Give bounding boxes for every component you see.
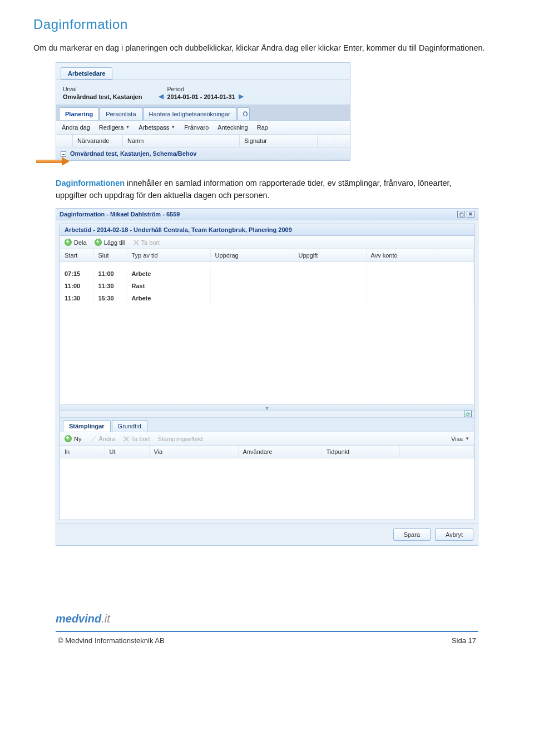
period-label: Period [167,86,235,92]
tab-personlista[interactable]: Personlista [100,107,142,120]
add-icon [65,435,72,442]
tab-ledighet[interactable]: Hantera ledighetsansökningar [143,107,236,120]
col-uppgift[interactable]: Uppgift [294,249,366,262]
col-blank [56,135,73,147]
edit-icon [89,435,96,442]
tool-visa[interactable]: Visa ▼ [451,435,469,442]
period-next-icon[interactable]: ▶ [239,92,244,100]
col-blank2 [318,135,334,147]
tool-ny[interactable]: Ny [65,435,81,442]
page-heading: Daginformation [33,17,501,32]
period-value[interactable]: 2014-01-01 - 2014-01-31 [167,93,235,100]
tool-lagg-till[interactable]: Lägg till [95,239,125,246]
table-row[interactable]: 11:3015:30Arbete [60,292,474,304]
tab-stamplingar[interactable]: Stämplingar [63,420,111,432]
panel-title: Arbetstid - 2014-02-18 - Underhåll Centr… [60,224,474,236]
callout-arrow [36,158,70,165]
medvind-logo: medvind.it [56,612,501,625]
close-icon[interactable]: ✕ [467,211,474,218]
group-label: Omvårdnad test, Kastanjen, Schema/Behov [70,150,196,157]
tool-anteckning[interactable]: Anteckning [217,124,248,131]
period-prev-icon[interactable]: ◀ [159,92,164,100]
maximize-icon[interactable]: ◻ [457,211,465,218]
col-avv[interactable]: Avv konto [366,249,433,262]
tool-ta-bort: Ta bort [133,239,160,246]
group-row[interactable]: – Omvårdnad test, Kastanjen, Schema/Beho… [56,147,350,160]
arbetstid-table: Start Slut Typ av tid Uppdrag Uppgift Av… [60,249,474,304]
col-anvandare[interactable]: Användare [238,446,322,458]
tool-dela[interactable]: Dela [65,239,87,246]
tool-andra-dag[interactable]: Ändra dag [62,124,90,131]
planner-window: Arbetsledare Urval Omvårdnad test, Kasta… [56,62,350,161]
window-title: Daginformation - Mikael Dahlström - 6559 [60,211,180,218]
urval-label: Urval [63,86,142,92]
tool-stamplingseffekt: Stämplingseffekt [157,435,202,442]
add-icon [95,239,102,246]
chevron-down-icon: ▼ [171,125,175,130]
intro-paragraph: Om du markerar en dag i planeringen och … [33,42,501,55]
col-namn[interactable]: Namn [123,135,240,147]
col-via[interactable]: Via [149,446,238,458]
page-number: Sida 17 [452,636,476,645]
tool-cut[interactable]: Rap [257,124,268,131]
col-ut[interactable]: Ut [105,446,149,458]
col-tidpunkt[interactable]: Tidpunkt [322,446,399,458]
stamplingar-table: In Ut Via Användare Tidpunkt [60,446,474,458]
tab-grundtid[interactable]: Grundtid [112,420,147,432]
refresh-icon[interactable]: ⟳ [464,411,472,417]
chevron-down-icon: ▼ [125,125,130,130]
col-start[interactable]: Start [60,249,93,262]
screenshot-1: Arbetsledare Urval Omvårdnad test, Kasta… [56,62,501,161]
tool-andra: Ändra [89,435,115,442]
col-signatur[interactable]: Signatur [240,135,318,147]
tool-redigera[interactable]: Redigera▼ [99,124,130,131]
delete-icon [123,436,129,442]
tab-planering[interactable]: Planering [59,107,99,120]
tool-ta-bort-2: Ta bort [123,435,150,442]
chevron-down-icon: ▼ [465,436,469,441]
tab-cut[interactable]: Ö [237,107,250,120]
daginformation-window: Daginformation - Mikael Dahlström - 6559… [56,208,478,546]
add-icon [65,239,72,246]
table-row[interactable]: 11:0011:30Rast [60,280,474,292]
save-button[interactable]: Spara [393,528,431,541]
col-uppdrag[interactable]: Uppdrag [210,249,294,262]
col-slut[interactable]: Slut [93,249,127,262]
paragraph-2: Daginformationen innehåller en samlad in… [56,177,478,202]
col-typ[interactable]: Typ av tid [127,249,210,262]
table-row[interactable]: 07:1511:00Arbete [60,268,474,280]
collapse-icon[interactable]: – [61,151,66,157]
col-in[interactable]: In [60,446,105,458]
tool-franvaro[interactable]: Frånvaro [184,124,209,131]
delete-icon [133,239,139,245]
urval-value[interactable]: Omvårdnad test, Kastanjen [63,93,142,100]
copyright: © Medvind Informationsteknik AB [58,636,165,645]
page-footer: © Medvind Informationsteknik AB Sida 17 [56,631,478,645]
tool-arbetspass[interactable]: Arbetspass▼ [139,124,175,131]
col-narvarande[interactable]: Närvarande [73,135,123,147]
daginformationen-strong: Daginformationen [56,179,125,187]
splitter-handle[interactable]: ▼ [60,404,474,411]
tab-arbetsledare[interactable]: Arbetsledare [61,67,112,80]
cancel-button[interactable]: Avbryt [435,528,473,541]
